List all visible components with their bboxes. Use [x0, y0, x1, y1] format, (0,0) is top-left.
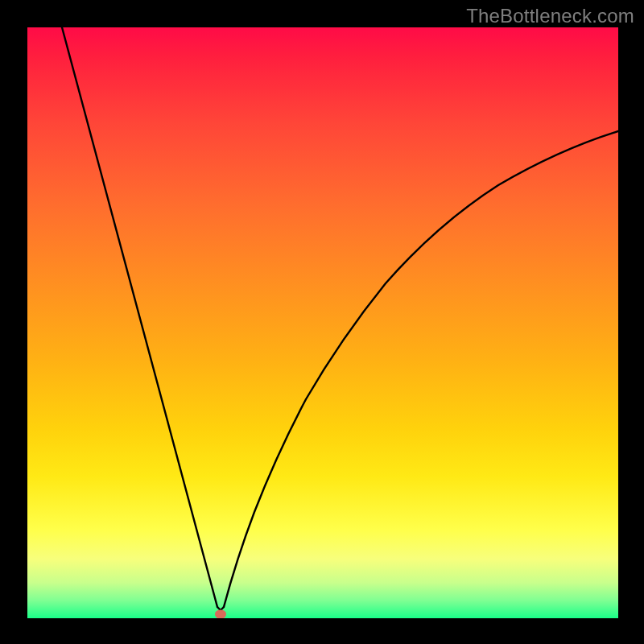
curve-left-branch — [62, 27, 217, 607]
bottleneck-curve — [27, 27, 618, 618]
optimum-marker — [215, 610, 226, 619]
watermark-text: TheBottleneck.com — [466, 5, 634, 27]
plot-area — [27, 27, 618, 618]
chart-frame: TheBottleneck.com — [0, 0, 644, 644]
curve-right-branch — [224, 131, 618, 607]
